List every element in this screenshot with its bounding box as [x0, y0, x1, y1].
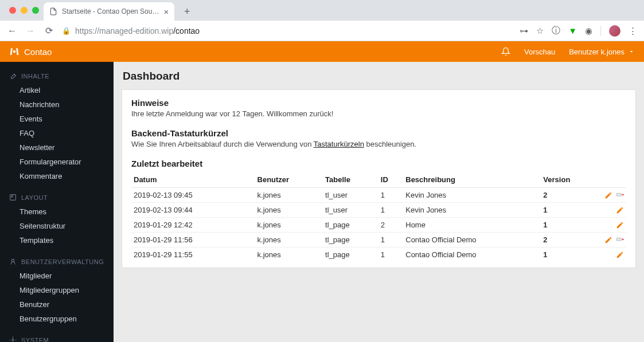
brand-logo[interactable]: Contao	[9, 46, 52, 57]
new-tab-button[interactable]: +	[179, 3, 195, 19]
edit-icon	[616, 206, 624, 214]
lock-icon: 🔒	[62, 27, 71, 35]
back-button[interactable]: ←	[7, 26, 17, 36]
user-menu[interactable]: Benutzer k.jones	[569, 48, 635, 56]
sidebar-item[interactable]: Seitenstruktur	[0, 219, 114, 233]
sidebar-section-header[interactable]: BENUTZERVERWALTUNG	[0, 254, 114, 269]
cell-id: 1	[378, 247, 403, 262]
cell-actions	[598, 218, 626, 233]
sidebar-item[interactable]: Templates	[0, 233, 114, 247]
sidebar-item[interactable]: FAQ	[0, 126, 114, 140]
col-date: Datum	[131, 172, 255, 188]
svg-point-3	[11, 259, 14, 261]
url-host: https://managed-edition.wip	[75, 26, 173, 36]
browser-tab[interactable]: Startseite - Contao Open Sou… ×	[44, 2, 174, 21]
address-bar-icons: ⊶ ☆ ⓘ ▼ ◉ ⋮	[520, 25, 637, 37]
sidebar-item[interactable]: Mitglieder	[0, 269, 114, 283]
cell-actions	[598, 233, 626, 247]
edit-button[interactable]	[616, 221, 624, 229]
table-row: 2019-01-29 11:55k.jonestl_page1Contao Of…	[131, 247, 626, 262]
cell-date: 2019-01-29 11:56	[131, 233, 255, 247]
sidebar-item[interactable]: Newsletter	[0, 140, 114, 155]
section-icon	[9, 194, 17, 201]
sidebar-item[interactable]: Formulargenerator	[0, 155, 114, 169]
url-path: /contao	[173, 26, 200, 36]
cell-desc: Contao Official Demo	[403, 233, 541, 247]
edit-button[interactable]	[604, 236, 612, 244]
cell-desc: Kevin Jones	[403, 188, 541, 203]
document-icon	[49, 7, 57, 15]
url-input[interactable]: 🔒 https://managed-edition.wip/contao	[62, 26, 512, 36]
col-actions	[598, 172, 626, 188]
notifications-button[interactable]	[501, 47, 510, 56]
edit-button[interactable]	[616, 206, 624, 214]
shortcuts-heading: Backend-Tastaturkürzel	[131, 128, 626, 138]
cell-table: tl_page	[323, 218, 378, 233]
cell-user: k.jones	[255, 247, 323, 262]
sidebar-item[interactable]: Mitgliedergruppen	[0, 283, 114, 297]
sidebar-section-header[interactable]: SYSTEM	[0, 333, 114, 342]
table-row: 2019-02-13 09:45k.jonestl_user1Kevin Jon…	[131, 188, 626, 203]
table-header-row: Datum Benutzer Tabelle ID Beschreibung V…	[131, 172, 626, 188]
table-row: 2019-02-13 09:44k.jonestl_user1Kevin Jon…	[131, 203, 626, 218]
window-close-button[interactable]	[9, 7, 16, 14]
forward-button[interactable]: →	[25, 26, 36, 36]
col-desc: Beschreibung	[403, 172, 541, 188]
cell-version: 1	[541, 203, 598, 218]
star-icon[interactable]: ☆	[536, 26, 544, 36]
sidebar-item[interactable]: Events	[0, 112, 114, 126]
cell-desc: Kevin Jones	[403, 203, 541, 218]
col-user: Benutzer	[255, 172, 323, 188]
cell-id: 1	[378, 233, 403, 247]
sidebar-item[interactable]: Nachrichten	[0, 97, 114, 112]
window-minimize-button[interactable]	[21, 7, 28, 14]
cell-user: k.jones	[255, 233, 323, 247]
sidebar-section-header[interactable]: LAYOUT	[0, 190, 114, 205]
sidebar-item[interactable]: Benutzer	[0, 297, 114, 312]
shield-icon[interactable]: ▼	[568, 26, 577, 36]
app-header: Contao Vorschau Benutzer k.jones	[0, 41, 644, 62]
info-icon[interactable]: ⓘ	[552, 25, 560, 36]
cell-version: 2	[541, 233, 598, 247]
menu-icon[interactable]: ⋮	[629, 26, 637, 36]
restore-button[interactable]	[616, 191, 624, 199]
shortcuts-text-pre: Wie Sie Ihren Arbeitsablauf durch die Ve…	[131, 140, 314, 148]
cell-table: tl_user	[323, 203, 378, 218]
flame-icon[interactable]: ◉	[585, 26, 592, 36]
sidebar-item[interactable]: Benutzergruppen	[0, 312, 114, 326]
key-icon[interactable]: ⊶	[520, 26, 528, 36]
cell-actions	[598, 188, 626, 203]
contao-logo-icon	[9, 46, 19, 57]
shortcuts-text-post: beschleunigen.	[364, 140, 416, 148]
sidebar-item[interactable]: Kommentare	[0, 169, 114, 183]
section-icon	[9, 336, 17, 342]
profile-avatar[interactable]	[609, 25, 620, 37]
recent-block: Zuletzt bearbeitet Datum Benutzer Tabell…	[131, 159, 626, 262]
cell-date: 2019-01-29 11:55	[131, 247, 255, 262]
section-title: LAYOUT	[21, 194, 48, 201]
sidebar-item[interactable]: Themes	[0, 205, 114, 219]
sidebar: INHALTEArtikelNachrichtenEventsFAQNewsle…	[0, 62, 114, 342]
window-maximize-button[interactable]	[32, 7, 39, 14]
section-icon	[9, 72, 17, 80]
reload-button[interactable]: ⟳	[44, 25, 54, 36]
edit-button[interactable]	[604, 191, 612, 199]
sidebar-item[interactable]: Artikel	[0, 83, 114, 97]
sidebar-section: SYSTEM	[0, 326, 114, 342]
edit-button[interactable]	[616, 251, 624, 259]
cell-desc: Home	[403, 218, 541, 233]
brand-name: Contao	[24, 47, 52, 57]
sidebar-section-header[interactable]: INHALTE	[0, 69, 114, 83]
tab-close-button[interactable]: ×	[163, 7, 169, 17]
restore-button[interactable]	[616, 236, 624, 244]
col-version: Version	[541, 172, 598, 188]
shortcuts-link[interactable]: Tastaturkürzeln	[314, 140, 364, 148]
cell-user: k.jones	[255, 188, 323, 203]
notice-block: Hinweise Ihre letzte Anmeldung war vor 1…	[131, 98, 626, 118]
section-title: BENUTZERVERWALTUNG	[21, 258, 104, 265]
edit-icon	[604, 236, 612, 244]
section-title: INHALTE	[21, 73, 49, 80]
cell-id: 2	[378, 218, 403, 233]
cell-date: 2019-02-13 09:45	[131, 188, 255, 203]
preview-link[interactable]: Vorschau	[524, 48, 555, 56]
